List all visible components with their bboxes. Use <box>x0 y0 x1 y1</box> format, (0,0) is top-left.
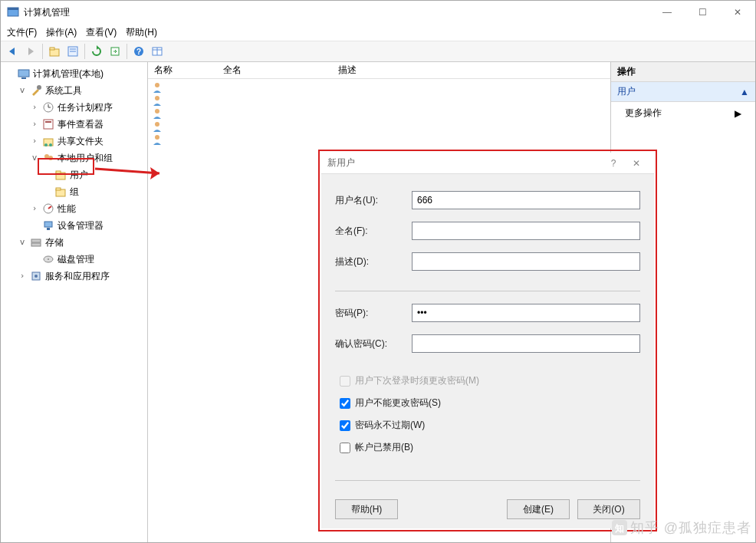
tree-pane: 计算机管理(本地) v系统工具 ›任务计划程序 ›事件查看器 ›共享文件夹 v本… <box>1 62 148 542</box>
grid-icon[interactable] <box>149 43 166 60</box>
svg-point-38 <box>35 275 38 278</box>
user-icon[interactable] <box>151 120 165 133</box>
tree-performance[interactable]: ›性能 <box>28 200 146 217</box>
description-label: 描述(D): <box>335 255 412 268</box>
checkbox-must-change: 用户下次登录时须更改密码(M) <box>340 374 640 387</box>
forward-arrow-icon[interactable] <box>22 43 39 60</box>
svg-rect-3 <box>50 48 54 50</box>
help-icon[interactable]: ? <box>130 43 147 60</box>
tree-task-scheduler[interactable]: ›任务计划程序 <box>28 99 146 116</box>
col-description[interactable]: 描述 <box>332 64 610 77</box>
computer-icon <box>18 67 30 80</box>
clock-icon <box>42 101 54 114</box>
fullname-label: 全名(F): <box>335 225 412 238</box>
list-header: 名称 全名 描述 <box>148 62 610 79</box>
svg-point-42 <box>155 122 159 127</box>
svg-rect-31 <box>44 222 52 227</box>
menu-help[interactable]: 帮助(H) <box>126 26 157 39</box>
tree-root[interactable]: 计算机管理(本地) <box>4 65 146 82</box>
window-title: 计算机管理 <box>7 6 649 19</box>
username-input[interactable] <box>412 191 640 209</box>
performance-icon <box>42 202 54 215</box>
svg-rect-29 <box>56 188 61 190</box>
export-icon[interactable] <box>107 43 123 60</box>
app-icon <box>7 6 19 18</box>
tree-event-viewer[interactable]: ›事件查看器 <box>28 116 146 133</box>
password-label: 密码(P): <box>335 307 412 320</box>
menu-action[interactable]: 操作(A) <box>46 26 77 39</box>
user-icon[interactable] <box>151 107 165 120</box>
user-icon[interactable] <box>151 81 165 94</box>
checkbox-cannot-change[interactable]: 用户不能更改密码(S) <box>340 397 640 410</box>
svg-point-15 <box>37 85 41 90</box>
user-icon[interactable] <box>151 133 165 146</box>
folder-icon <box>54 186 67 198</box>
must-change-checkbox <box>340 376 350 387</box>
never-expires-checkbox[interactable] <box>340 420 350 431</box>
dialog-help-icon[interactable]: ? <box>602 158 625 169</box>
dialog-title: 新用户 <box>327 156 355 169</box>
svg-point-23 <box>49 143 52 146</box>
svg-point-25 <box>48 156 53 160</box>
checkbox-disabled[interactable]: 帐户已禁用(B) <box>340 441 640 454</box>
svg-point-39 <box>155 83 159 87</box>
svg-point-40 <box>155 96 159 100</box>
services-icon <box>30 270 42 282</box>
maximize-button[interactable]: ☐ <box>685 1 720 24</box>
more-actions[interactable]: 更多操作 ▶ <box>611 102 755 124</box>
actions-header: 操作 <box>611 62 755 82</box>
description-input[interactable] <box>412 252 640 271</box>
titlebar: 计算机管理 — ☐ ✕ <box>1 1 755 24</box>
chevron-right-icon: ▶ <box>735 108 741 119</box>
fullname-input[interactable] <box>412 222 640 240</box>
folder-icon <box>54 169 67 181</box>
svg-rect-14 <box>21 77 26 79</box>
tree-device-manager[interactable]: 设备管理器 <box>28 217 146 234</box>
tree-services-apps[interactable]: ›服务和应用程序 <box>16 268 146 285</box>
dialog-close-icon[interactable]: ✕ <box>625 158 648 169</box>
shared-folder-icon <box>42 135 54 147</box>
help-button[interactable]: 帮助(H) <box>335 499 398 519</box>
col-full-name[interactable]: 全名 <box>217 64 332 77</box>
tree-local-users-groups[interactable]: v本地用户和组 <box>28 150 146 166</box>
svg-rect-1 <box>8 8 18 10</box>
svg-point-41 <box>155 109 159 114</box>
actions-subject[interactable]: 用户 ▲ <box>611 82 755 102</box>
confirm-password-input[interactable] <box>412 334 640 353</box>
account-disabled-checkbox[interactable] <box>340 443 350 453</box>
svg-rect-27 <box>56 171 61 173</box>
minimize-button[interactable]: — <box>649 1 685 24</box>
up-folder-icon[interactable] <box>46 43 63 60</box>
back-arrow-icon[interactable] <box>4 43 21 60</box>
confirm-password-label: 确认密码(C): <box>335 337 412 350</box>
svg-point-43 <box>155 135 159 140</box>
tree-system-tools[interactable]: v系统工具 <box>16 82 146 99</box>
checkbox-never-expires[interactable]: 密码永不过期(W) <box>340 419 640 432</box>
tree-shared-folders[interactable]: ›共享文件夹 <box>28 133 146 150</box>
divider <box>335 480 640 481</box>
svg-rect-32 <box>47 228 50 230</box>
refresh-icon[interactable] <box>88 43 105 60</box>
menubar: 文件(F) 操作(A) 查看(V) 帮助(H) <box>1 24 755 41</box>
tree-groups[interactable]: 组 <box>41 183 146 200</box>
create-button[interactable]: 创建(E) <box>507 499 570 519</box>
tree-users[interactable]: 用户 <box>41 166 146 183</box>
svg-rect-33 <box>31 239 41 242</box>
menu-file[interactable]: 文件(F) <box>7 26 37 39</box>
collapse-icon: ▲ <box>740 87 749 97</box>
event-icon <box>42 118 54 130</box>
menu-view[interactable]: 查看(V) <box>86 26 117 39</box>
close-button[interactable]: ✕ <box>720 1 755 24</box>
annotation-highlight-dialog: 新用户 ? ✕ 用户名(U): 全名(F): <box>318 150 657 531</box>
storage-icon <box>30 236 42 248</box>
device-icon <box>42 219 54 232</box>
cannot-change-checkbox[interactable] <box>340 398 350 409</box>
col-name[interactable]: 名称 <box>148 64 217 77</box>
close-dialog-button[interactable]: 关闭(O) <box>577 499 640 519</box>
password-input[interactable] <box>412 304 640 322</box>
tree-disk-management[interactable]: 磁盘管理 <box>28 251 146 268</box>
user-icon[interactable] <box>151 94 165 107</box>
svg-text:?: ? <box>136 48 141 56</box>
properties-icon[interactable] <box>64 43 81 60</box>
tree-storage[interactable]: v存储 <box>16 234 146 251</box>
